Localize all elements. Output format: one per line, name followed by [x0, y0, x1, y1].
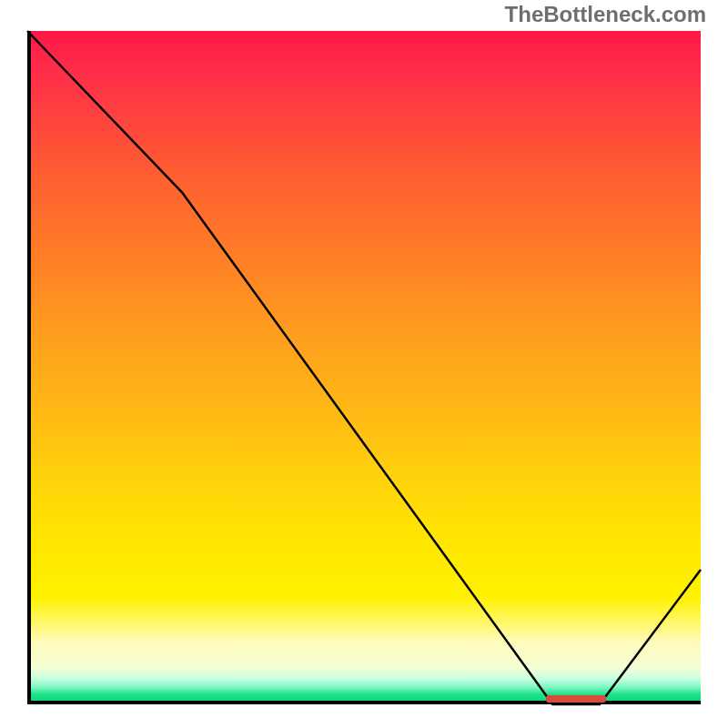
minimum-marker: [546, 695, 607, 703]
attribution-text: TheBottleneck.com: [505, 2, 706, 27]
series-curve: [27, 31, 701, 704]
chart-root: TheBottleneck.com: [0, 0, 728, 728]
plot-area: [27, 31, 701, 704]
